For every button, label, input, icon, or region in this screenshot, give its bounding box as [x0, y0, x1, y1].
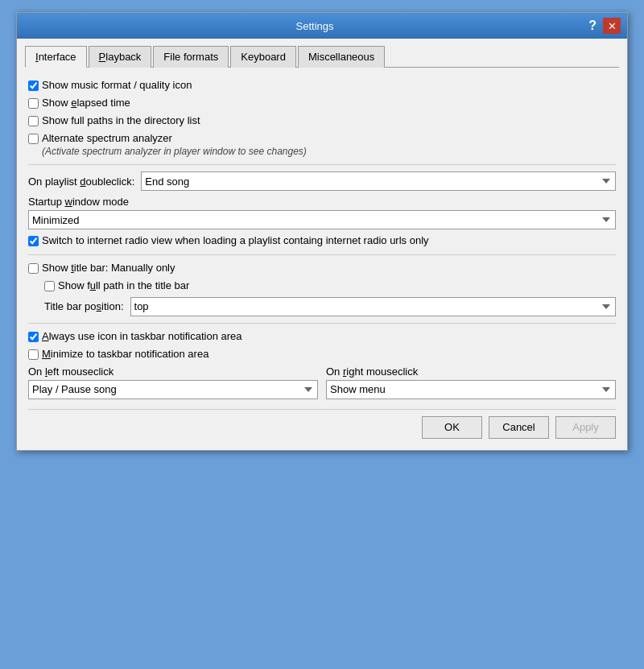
show-full-path-title-row: Show full path in the title bar — [44, 279, 616, 293]
tab-bar: Interface Playback File formats Keyboard… — [25, 45, 619, 68]
right-mouseclick-label: On right mouseclick — [326, 365, 616, 378]
alternate-spectrum-row: Alternate spectrum analyzer (Activate sp… — [28, 132, 616, 158]
left-mouseclick-select[interactable]: Play / Pause song Show menu Nothing — [28, 380, 318, 399]
tab-playback[interactable]: Playback — [89, 46, 152, 68]
title-bar-position-select[interactable]: top bottom left right — [130, 297, 616, 316]
ok-button[interactable]: OK — [422, 416, 482, 439]
tab-playback-label: Playback — [99, 51, 142, 63]
show-full-paths-row: Show full paths in the directory list — [28, 114, 616, 128]
switch-radio-label: Switch to internet radio view when loadi… — [42, 234, 429, 248]
show-title-bar-checkbox[interactable] — [28, 263, 39, 274]
left-mouseclick-label: On left mouseclick — [28, 365, 318, 378]
help-button[interactable]: ? — [585, 19, 600, 32]
separator-3 — [28, 323, 616, 324]
always-icon-label: Always use icon in taskbar notification … — [42, 330, 242, 344]
minimize-taskbar-row: Minimize to taskbar notification area — [28, 348, 616, 361]
show-music-format-checkbox[interactable] — [28, 81, 39, 91]
minimize-taskbar-label: Minimize to taskbar notification area — [42, 348, 208, 361]
tab-file-formats-label: File formats — [163, 51, 218, 63]
tab-keyboard-label: Keyboard — [241, 51, 286, 63]
right-mouseclick-col: On right mouseclick Show menu Play / Pau… — [326, 365, 616, 399]
show-music-format-row: Show music format / quality icon — [28, 79, 616, 93]
playlist-doubleclick-row: On playlist doubleclick: End song Play s… — [28, 171, 616, 191]
settings-dialog: Settings ? ✕ Interface Playback File for… — [16, 12, 628, 451]
tab-keyboard[interactable]: Keyboard — [230, 46, 296, 68]
tab-interface[interactable]: Interface — [25, 46, 87, 68]
show-full-paths-label: Show full paths in the directory list — [42, 114, 200, 128]
show-full-path-title-label: Show full path in the title bar — [58, 279, 189, 293]
title-bar-buttons: ? ✕ — [585, 18, 621, 34]
show-title-bar-label: Show title bar: Manually only — [42, 262, 175, 275]
switch-radio-checkbox[interactable] — [28, 236, 39, 246]
show-full-paths-checkbox[interactable] — [28, 116, 39, 126]
show-full-path-title-checkbox[interactable] — [44, 281, 55, 291]
playlist-doubleclick-label: On playlist doubleclick: — [28, 176, 134, 188]
show-elapsed-label: Show elapsed time — [42, 97, 130, 110]
show-elapsed-row: Show elapsed time — [28, 97, 616, 110]
tab-interface-label: Interface — [35, 51, 76, 63]
tab-file-formats[interactable]: File formats — [153, 46, 229, 68]
cancel-button[interactable]: Cancel — [489, 416, 549, 439]
title-bar: Settings ? ✕ — [17, 13, 627, 39]
bottom-buttons: OK Cancel Apply — [28, 409, 616, 439]
left-mouseclick-col: On left mouseclick Play / Pause song Sho… — [28, 365, 318, 399]
dialog-body: Interface Playback File formats Keyboard… — [17, 39, 627, 450]
show-title-bar-row: Show title bar: Manually only — [28, 262, 616, 275]
close-button[interactable]: ✕ — [603, 18, 621, 34]
switch-radio-row: Switch to internet radio view when loadi… — [28, 234, 616, 248]
mouseclick-options-row: On left mouseclick Play / Pause song Sho… — [28, 365, 616, 399]
startup-window-select[interactable]: Minimized Normal Maximized Hidden — [28, 210, 616, 229]
playlist-doubleclick-select[interactable]: End song Play song Add to queue Nothing — [141, 171, 616, 191]
dialog-title: Settings — [44, 20, 585, 32]
always-icon-checkbox[interactable] — [28, 332, 39, 342]
alternate-spectrum-label: Alternate spectrum analyzer (Activate sp… — [42, 132, 307, 158]
minimize-taskbar-checkbox[interactable] — [28, 349, 39, 360]
tab-miscellaneous-label: Miscellaneous — [308, 51, 374, 63]
title-bar-position-label: Title bar position: — [44, 300, 124, 312]
apply-button[interactable]: Apply — [555, 416, 616, 439]
tab-miscellaneous[interactable]: Miscellaneous — [298, 46, 385, 68]
startup-window-label: Startup window mode — [28, 196, 616, 208]
show-elapsed-checkbox[interactable] — [28, 98, 39, 109]
separator-1 — [28, 164, 616, 165]
alternate-spectrum-checkbox[interactable] — [28, 134, 39, 144]
tab-content: Show music format / quality icon Show el… — [25, 76, 619, 442]
right-mouseclick-select[interactable]: Show menu Play / Pause song Nothing — [326, 380, 616, 399]
separator-2 — [28, 254, 616, 255]
title-bar-position-row: Title bar position: top bottom left righ… — [44, 297, 616, 316]
show-music-format-label: Show music format / quality icon — [42, 79, 192, 93]
startup-window-row: Startup window mode Minimized Normal Max… — [28, 196, 616, 229]
always-icon-row: Always use icon in taskbar notification … — [28, 330, 616, 344]
